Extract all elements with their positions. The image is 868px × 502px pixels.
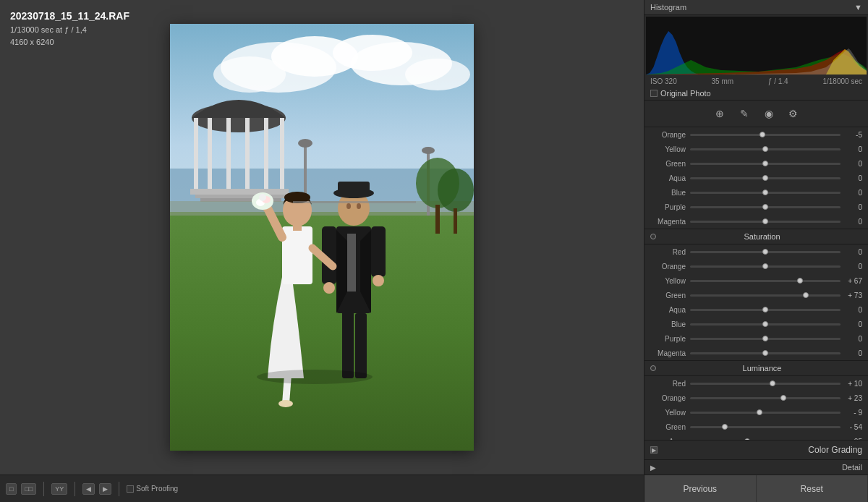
hue-orange-thumb[interactable] <box>760 132 765 137</box>
lum-aqua-thumb[interactable] <box>744 438 750 440</box>
view-mode-btn2[interactable]: □□ <box>21 483 36 495</box>
detail-row[interactable]: ▶ Detail <box>644 459 868 475</box>
saturation-section-header[interactable]: Saturation <box>644 229 868 244</box>
eye-tool[interactable]: ◉ <box>760 105 778 122</box>
hue-aqua-value: 0 <box>841 174 862 182</box>
svg-point-49 <box>438 169 474 212</box>
sat-aqua-row: Aqua 0 <box>644 302 868 317</box>
bottom-left-toolbar: □ □□ YY ◀ ▶ Soft Proofing <box>0 482 644 496</box>
color-grading-expand-icon[interactable]: ▶ <box>650 446 658 454</box>
nav-next-btn-small[interactable]: ▶ <box>99 483 111 495</box>
sat-aqua-track[interactable] <box>690 309 841 311</box>
sat-yellow-track[interactable] <box>690 280 841 282</box>
lum-red-track[interactable] <box>690 383 841 385</box>
color-grading-row[interactable]: ▶ Color Grading <box>644 440 868 459</box>
lum-green-value: - 54 <box>841 423 862 431</box>
reset-button[interactable]: Reset <box>757 475 869 503</box>
hue-yellow-label: Yellow <box>650 145 690 153</box>
sat-green-thumb[interactable] <box>803 292 809 298</box>
lum-orange-thumb[interactable] <box>780 395 786 401</box>
luminance-section-header[interactable]: Luminance <box>644 360 868 376</box>
hue-yellow-row: Yellow 0 <box>644 142 868 156</box>
brush-tool[interactable]: ✎ <box>736 105 753 122</box>
sat-orange-thumb[interactable] <box>762 263 768 269</box>
sat-aqua-thumb[interactable] <box>762 307 768 312</box>
sat-magenta-thumb[interactable] <box>762 350 768 356</box>
hue-green-thumb[interactable] <box>762 161 768 166</box>
svg-rect-31 <box>371 226 386 277</box>
hue-aqua-thumb[interactable] <box>762 175 768 181</box>
divider2 <box>75 482 75 496</box>
svg-rect-51 <box>454 208 457 234</box>
svg-point-5 <box>405 59 470 90</box>
original-photo-row: Original Photo <box>644 87 868 100</box>
nav-prev-btn-small[interactable]: ◀ <box>82 483 95 495</box>
photo-area: 20230718_15_11_24.RAF 1/13000 sec at ƒ /… <box>0 0 644 475</box>
hue-section: Orange -5 Yellow 0 Green <box>644 127 868 229</box>
lum-red-thumb[interactable] <box>770 380 775 386</box>
soft-proofing-checkbox[interactable] <box>127 485 134 493</box>
lum-orange-row: Orange + 23 <box>644 391 868 405</box>
svg-rect-28 <box>347 234 356 292</box>
lum-green-track[interactable] <box>690 426 841 428</box>
sat-green-track[interactable] <box>690 294 841 297</box>
hue-magenta-label: Magenta <box>650 218 690 226</box>
sat-red-thumb[interactable] <box>762 249 768 255</box>
hue-green-track[interactable] <box>690 163 841 165</box>
hue-blue-row: Blue 0 <box>644 185 868 200</box>
tools-row: ⊕ ✎ ◉ ⚙ <box>644 101 868 127</box>
sat-blue-thumb[interactable] <box>762 321 768 327</box>
iso-value: ISO 320 <box>650 77 677 85</box>
hue-yellow-track[interactable] <box>690 148 841 150</box>
sat-yellow-thumb[interactable] <box>797 278 803 284</box>
divider3 <box>119 482 119 496</box>
previous-button[interactable]: Previous <box>644 475 757 503</box>
sat-purple-thumb[interactable] <box>762 336 768 341</box>
hue-purple-thumb[interactable] <box>762 204 768 210</box>
svg-point-32 <box>373 275 384 286</box>
sat-yellow-value: + 67 <box>841 277 862 285</box>
histogram-expand-icon[interactable]: ▼ <box>854 3 862 12</box>
hue-orange-track[interactable] <box>690 134 841 136</box>
svg-rect-14 <box>264 118 268 190</box>
sat-purple-track[interactable] <box>690 338 841 340</box>
sat-purple-row: Purple 0 <box>644 331 868 346</box>
original-photo-label: Original Photo <box>660 89 711 98</box>
lum-yellow-thumb[interactable] <box>757 409 762 415</box>
target-tool[interactable]: ⊕ <box>711 105 728 122</box>
hue-magenta-thumb[interactable] <box>762 218 768 224</box>
lum-orange-track[interactable] <box>690 397 841 399</box>
sat-magenta-track[interactable] <box>690 352 841 354</box>
luminance-title: Luminance <box>662 364 862 373</box>
hue-blue-value: 0 <box>841 189 862 197</box>
hue-purple-track[interactable] <box>690 206 841 208</box>
hue-blue-thumb[interactable] <box>762 190 768 195</box>
zoom-btn[interactable]: YY <box>51 483 67 495</box>
settings-tool[interactable]: ⚙ <box>785 105 802 122</box>
hue-green-value: 0 <box>841 160 862 168</box>
detail-expand-icon[interactable]: ▶ <box>650 464 656 472</box>
main-area: 20230718_15_11_24.RAF 1/13000 sec at ƒ /… <box>0 0 868 475</box>
bottom-right-toolbar: Previous Reset <box>644 475 868 503</box>
lum-orange-label: Orange <box>650 394 690 402</box>
sat-blue-track[interactable] <box>690 323 841 326</box>
hue-magenta-track[interactable] <box>690 221 841 223</box>
lum-aqua-row: Aqua - 25 <box>644 434 868 440</box>
panel-content[interactable]: Orange -5 Yellow 0 Green <box>644 127 868 440</box>
lum-red-label: Red <box>650 380 690 388</box>
lum-yellow-track[interactable] <box>690 412 841 414</box>
saturation-dot <box>650 234 656 239</box>
hue-aqua-track[interactable] <box>690 177 841 179</box>
svg-rect-11 <box>208 118 212 190</box>
sat-red-track[interactable] <box>690 251 841 253</box>
view-mode-btn1[interactable]: □ <box>6 483 17 495</box>
svg-rect-12 <box>226 118 231 190</box>
lum-green-thumb[interactable] <box>722 424 728 430</box>
lum-yellow-row: Yellow - 9 <box>644 405 868 420</box>
sat-green-label: Green <box>650 292 690 299</box>
hue-blue-track[interactable] <box>690 192 841 194</box>
aperture-value: ƒ / 1.4 <box>768 77 788 85</box>
sat-orange-track[interactable] <box>690 265 841 268</box>
hue-yellow-thumb[interactable] <box>762 146 768 152</box>
original-photo-checkbox[interactable] <box>650 90 658 97</box>
